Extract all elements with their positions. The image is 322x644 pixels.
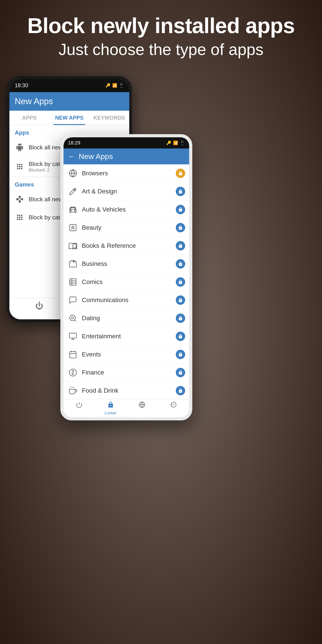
svg-rect-2 <box>70 224 76 231</box>
front-phone: 18:29 🔑 📶 📱 ← New Apps <box>60 134 192 420</box>
svg-rect-4 <box>70 279 76 285</box>
dating-icon <box>68 313 78 324</box>
back-button[interactable]: ← <box>68 152 75 160</box>
lock-badge-browsers <box>176 168 185 178</box>
back-phone-tabs: APPS NEW APPS KEYWORDS <box>10 111 129 125</box>
browsers-icon <box>68 168 78 179</box>
books-reference-icon <box>68 240 78 251</box>
tab-apps[interactable]: APPS <box>10 111 50 125</box>
lock-badge-events <box>176 350 185 359</box>
front-lock-icon <box>107 402 114 410</box>
art-design-label: Art & Design <box>82 188 172 195</box>
finance-label: Finance <box>82 369 172 376</box>
front-phone-app-title: New Apps <box>79 152 113 161</box>
front-phone-status-bar: 18:29 🔑 📶 📱 <box>64 137 189 148</box>
front-phone-time: 18:29 <box>68 140 80 146</box>
beauty-icon <box>68 222 78 233</box>
food-drink-icon <box>68 385 78 396</box>
gamepad-icon <box>15 194 24 204</box>
back-phone-status-icons: 🔑 📶 📱 <box>106 83 124 88</box>
auto-vehicles-icon <box>68 204 78 215</box>
books-reference-label: Books & Reference <box>82 242 172 249</box>
lock-badge-beauty <box>176 223 185 232</box>
android-icon <box>15 142 24 152</box>
category-row-food-drink[interactable]: Food & Drink <box>64 382 189 399</box>
category-row-communications[interactable]: Communications <box>64 291 189 309</box>
svg-rect-11 <box>69 333 76 338</box>
lock-badge-auto-vehicles <box>176 205 185 214</box>
category-row-dating[interactable]: Dating <box>64 309 189 327</box>
category-row-art-design[interactable]: Art & Design <box>64 182 189 200</box>
front-history-nav[interactable] <box>158 402 190 416</box>
food-drink-label: Food & Drink <box>82 387 172 394</box>
tab-keywords[interactable]: KEYWORDS <box>89 111 129 125</box>
front-locker-nav[interactable]: Locker <box>95 402 126 416</box>
lock-badge-finance <box>176 368 185 377</box>
communications-icon <box>68 295 78 306</box>
category-row-books-reference[interactable]: Books & Reference <box>64 237 189 255</box>
front-phone-bottom-nav: Locker <box>64 399 189 417</box>
lock-badge-comics <box>176 277 185 287</box>
category-row-events[interactable]: Events <box>64 346 189 364</box>
svg-point-3 <box>72 226 74 228</box>
svg-rect-14 <box>70 352 76 358</box>
grid-icon <box>15 162 24 172</box>
front-wifi-icon: 📶 <box>173 140 178 145</box>
svg-point-10 <box>72 317 74 319</box>
back-phone-app-title: New Apps <box>15 96 53 106</box>
front-globe-icon <box>139 402 145 410</box>
business-icon <box>68 258 78 269</box>
business-label: Business <box>82 260 172 268</box>
beauty-label: Beauty <box>82 224 172 231</box>
category-row-comics[interactable]: Comics <box>64 273 189 291</box>
category-list: Browsers Art & Design <box>64 164 189 399</box>
communications-label: Communications <box>82 296 172 304</box>
lock-badge-books-reference <box>176 241 185 250</box>
front-globe-nav[interactable] <box>126 402 158 416</box>
power-icon: ⏻ <box>35 301 44 310</box>
entertainment-icon <box>68 331 78 342</box>
art-design-icon <box>68 186 78 197</box>
page-title: Block newly installed apps <box>0 14 322 38</box>
lock-badge-business <box>176 259 185 268</box>
lock-badge-art-design <box>176 187 185 196</box>
front-signal-icon: 📱 <box>180 140 185 145</box>
front-key-icon: 🔑 <box>166 140 171 145</box>
back-phone-time: 18:30 <box>15 82 28 88</box>
wifi-icon: 📶 <box>112 83 117 88</box>
front-phone-app-bar: ← New Apps <box>64 148 189 164</box>
lock-badge-communications <box>176 296 185 305</box>
category-row-browsers[interactable]: Browsers <box>64 164 189 182</box>
lock-badge-food-drink <box>176 386 185 395</box>
grid-games-icon <box>15 212 24 222</box>
lock-badge-entertainment <box>176 332 185 341</box>
category-row-business[interactable]: Business <box>64 255 189 273</box>
category-row-entertainment[interactable]: Entertainment <box>64 327 189 346</box>
front-locker-label: Locker <box>105 411 117 416</box>
back-phone-app-bar: New Apps <box>10 92 129 111</box>
lock-badge-dating <box>176 314 185 323</box>
back-phone-status-bar: 18:30 🔑 📶 📱 <box>10 79 129 92</box>
events-icon <box>68 349 78 360</box>
key-icon: 🔑 <box>106 83 110 88</box>
front-phone-status-icons: 🔑 📶 📱 <box>166 140 185 145</box>
svg-line-9 <box>74 320 76 321</box>
signal-icon: 📱 <box>119 83 124 88</box>
front-power-nav[interactable] <box>64 402 95 416</box>
front-power-icon <box>76 402 82 410</box>
front-phone-screen: 18:29 🔑 📶 📱 ← New Apps <box>64 137 189 417</box>
header-section: Block newly installed apps Just choose t… <box>0 14 322 58</box>
browsers-label: Browsers <box>82 170 172 177</box>
category-row-auto-vehicles[interactable]: Auto & Vehicles <box>64 200 189 219</box>
svg-point-8 <box>70 315 75 321</box>
tab-new-apps[interactable]: NEW APPS <box>50 111 90 125</box>
category-row-finance[interactable]: Finance <box>64 364 189 382</box>
comics-label: Comics <box>82 278 172 286</box>
entertainment-label: Entertainment <box>82 333 172 340</box>
events-label: Events <box>82 351 172 358</box>
page-subtitle: Just choose the type of apps <box>0 40 322 58</box>
finance-icon <box>68 367 78 378</box>
front-history-icon <box>170 402 177 410</box>
category-row-beauty[interactable]: Beauty <box>64 219 189 237</box>
dating-label: Dating <box>82 314 172 322</box>
